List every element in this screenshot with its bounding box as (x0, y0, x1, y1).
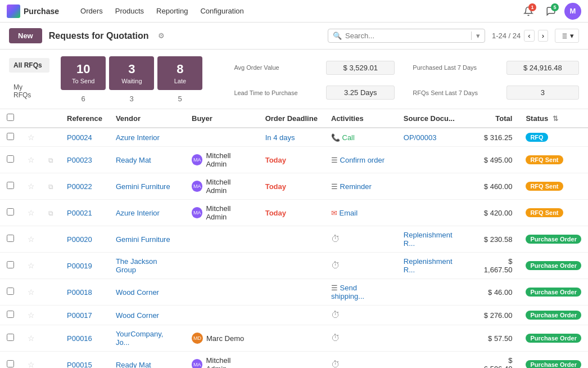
activity-other-2[interactable]: ☰ Reminder (331, 182, 372, 191)
col-header-activities[interactable]: Activities (324, 109, 397, 128)
row-ref-3[interactable]: P00021 (60, 200, 109, 226)
row-activity-2[interactable]: ☰ Reminder (324, 173, 397, 200)
col-header-buyer[interactable]: Buyer (185, 109, 259, 128)
col-header-ref[interactable]: Reference (60, 109, 109, 128)
to-send-card[interactable]: 10 To Send (61, 56, 106, 90)
row-select-5[interactable] (7, 261, 14, 268)
col-header-total[interactable]: Total (472, 109, 519, 128)
row-ref-9[interactable]: P00015 (60, 352, 109, 369)
row-activity-5[interactable]: ⏱ (324, 253, 397, 279)
row-checkbox-2[interactable] (0, 173, 21, 200)
row-checkbox-7[interactable] (0, 306, 21, 325)
user-avatar[interactable]: M (564, 3, 581, 20)
col-header-deadline[interactable]: Order Deadline (259, 109, 324, 128)
duplicate-icon[interactable]: ⧉ (48, 209, 53, 217)
favorite-icon[interactable]: ☆ (28, 182, 35, 191)
menu-orders[interactable]: Orders (75, 5, 108, 17)
activity-other-1[interactable]: ☰ Confirm order (331, 156, 385, 164)
menu-configuration[interactable]: Configuration (195, 5, 249, 17)
favorite-icon[interactable]: ☆ (28, 288, 35, 297)
row-ref-8[interactable]: P00016 (60, 325, 109, 352)
row-dup-3[interactable]: ⧉ (42, 200, 60, 226)
row-activity-3[interactable]: ✉ Email (324, 200, 397, 226)
row-select-8[interactable] (7, 334, 14, 341)
row-select-0[interactable] (7, 133, 14, 140)
favorite-icon[interactable]: ☆ (28, 360, 35, 368)
row-star-0[interactable]: ☆ (21, 128, 42, 147)
menu-products[interactable]: Products (110, 5, 150, 17)
row-select-3[interactable] (7, 208, 14, 216)
row-checkbox-0[interactable] (0, 128, 21, 147)
row-ref-4[interactable]: P00020 (60, 226, 109, 253)
late-card[interactable]: 8 Late (157, 56, 202, 90)
row-star-4[interactable]: ☆ (21, 226, 42, 253)
row-ref-1[interactable]: P00023 (60, 147, 109, 173)
row-activity-6[interactable]: ☰ Send shipping... (324, 279, 397, 306)
search-input[interactable] (345, 32, 471, 40)
row-star-2[interactable]: ☆ (21, 173, 42, 200)
row-dup-2[interactable]: ⧉ (42, 173, 60, 200)
activity-email-3[interactable]: ✉ Email (331, 209, 358, 217)
row-activity-4[interactable]: ⏱ (324, 226, 397, 253)
select-all-checkbox[interactable] (7, 114, 14, 121)
col-header-status[interactable]: Status ⇅ (519, 109, 588, 128)
row-activity-7[interactable]: ⏱ (324, 306, 397, 325)
row-ref-7[interactable]: P00017 (60, 306, 109, 325)
list-view-button[interactable]: ▾ (555, 29, 579, 43)
row-star-8[interactable]: ☆ (21, 325, 42, 352)
row-checkbox-4[interactable] (0, 226, 21, 253)
row-ref-6[interactable]: P00018 (60, 279, 109, 306)
row-star-9[interactable]: ☆ (21, 352, 42, 369)
row-activity-9[interactable]: ⏱ (324, 352, 397, 369)
row-activity-1[interactable]: ☰ Confirm order (324, 147, 397, 173)
row-checkbox-1[interactable] (0, 147, 21, 173)
row-select-7[interactable] (7, 311, 14, 318)
favorite-icon[interactable]: ☆ (28, 235, 35, 244)
row-activity-0[interactable]: 📞 Call (324, 128, 397, 147)
waiting-card[interactable]: 3 Waiting (109, 56, 154, 90)
prev-page-button[interactable]: ‹ (524, 30, 534, 42)
row-star-3[interactable]: ☆ (21, 200, 42, 226)
favorite-icon[interactable]: ☆ (28, 208, 35, 217)
row-select-9[interactable] (7, 360, 14, 367)
search-dropdown-arrow[interactable]: ▾ (471, 32, 480, 40)
chat-button[interactable]: 5 (542, 2, 560, 20)
menu-reporting[interactable]: Reporting (151, 5, 193, 17)
col-header-source[interactable]: Source Docu... (397, 109, 472, 128)
row-ref-0[interactable]: P00024 (60, 128, 109, 147)
activity-call-0[interactable]: 📞 Call (331, 133, 355, 142)
filter-my-rfqs[interactable]: MyRFQs (9, 80, 49, 102)
row-dup-1[interactable]: ⧉ (42, 147, 60, 173)
favorite-icon[interactable]: ☆ (28, 133, 35, 142)
row-select-4[interactable] (7, 235, 14, 242)
next-page-button[interactable]: › (538, 30, 548, 42)
favorite-icon[interactable]: ☆ (28, 311, 35, 320)
row-checkbox-9[interactable] (0, 352, 21, 369)
row-checkbox-6[interactable] (0, 279, 21, 306)
favorite-icon[interactable]: ☆ (28, 334, 35, 343)
row-activity-8[interactable]: ⏱ (324, 325, 397, 352)
col-header-vendor[interactable]: Vendor (109, 109, 185, 128)
row-star-5[interactable]: ☆ (21, 253, 42, 279)
notifications-button[interactable]: 1 (519, 2, 537, 20)
new-button[interactable]: New (9, 28, 42, 43)
favorite-icon[interactable]: ☆ (28, 155, 35, 164)
activity-other-6[interactable]: ☰ Send shipping... (331, 284, 364, 300)
row-star-6[interactable]: ☆ (21, 279, 42, 306)
row-select-2[interactable] (7, 182, 14, 189)
col-filter-icon[interactable]: ⇅ (553, 115, 558, 123)
favorite-icon[interactable]: ☆ (28, 261, 35, 270)
select-all-header[interactable] (0, 109, 21, 128)
settings-icon[interactable]: ⚙ (158, 32, 165, 40)
row-ref-2[interactable]: P00022 (60, 173, 109, 200)
app-logo[interactable]: Purchase (7, 5, 68, 18)
row-star-7[interactable]: ☆ (21, 306, 42, 325)
search-bar[interactable]: 🔍 ▾ (328, 29, 485, 43)
row-checkbox-8[interactable] (0, 325, 21, 352)
row-checkbox-5[interactable] (0, 253, 21, 279)
row-select-1[interactable] (7, 155, 14, 163)
duplicate-icon[interactable]: ⧉ (48, 183, 53, 191)
row-star-1[interactable]: ☆ (21, 147, 42, 173)
row-select-6[interactable] (7, 288, 14, 295)
row-checkbox-3[interactable] (0, 200, 21, 226)
